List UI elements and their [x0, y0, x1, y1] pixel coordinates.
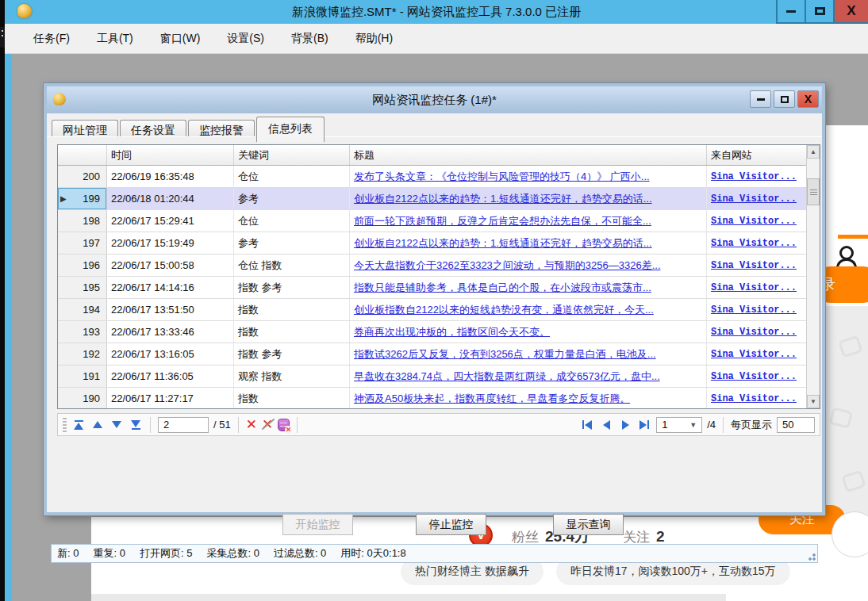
scrollbar-thumb[interactable] — [807, 178, 820, 205]
clear-database-icon[interactable] — [278, 419, 290, 431]
tab-active[interactable]: 信息列表 — [256, 117, 325, 142]
table-row[interactable]: 19722/06/17 15:19:49参考创业板自2122点以来的趋势：1.短… — [58, 232, 820, 255]
table-row[interactable]: 19222/06/17 13:16:05指数 参考指数试3262后又反复，没有到… — [58, 343, 820, 366]
row-index-cell[interactable]: 195 — [58, 277, 107, 298]
dialog-minimize-button[interactable] — [750, 90, 771, 108]
taskbar-autohide-handle[interactable] — [0, 27, 5, 48]
row-source-link[interactable]: Sina Visitor... — [711, 238, 797, 249]
table-row[interactable]: 19422/06/17 13:51:50指数创业板指数自2122以来的短线趋势没… — [58, 299, 820, 321]
scroll-up-icon[interactable]: ▲ — [807, 145, 820, 159]
dialog-maximize-button[interactable] — [774, 90, 795, 108]
status-item: 过滤总数: 0 — [274, 546, 326, 561]
row-title-link[interactable]: 券商再次出现冲板的，指数区间今天不变。 — [354, 325, 550, 339]
delete-row-icon[interactable]: ✕ — [246, 418, 257, 431]
menu-item[interactable]: 工具(T) — [86, 26, 144, 52]
prev-page-button[interactable] — [599, 418, 613, 432]
row-index-cell[interactable]: 196 — [58, 255, 107, 276]
table-row[interactable]: 19122/06/17 11:36:05观察 指数早盘收在3284.74点，四大… — [58, 366, 820, 388]
follow-value: 2 — [656, 528, 665, 545]
resize-grip[interactable] — [807, 552, 816, 561]
row-title-link[interactable]: 创业板自2122点以来的趋势：1.短线通道还完好，趋势交易的话... — [354, 192, 652, 206]
next-row-button[interactable] — [109, 418, 124, 432]
row-title-link[interactable]: 今天大盘指数介于3262至3323之间波动，与预期的3256—3326差... — [354, 258, 661, 273]
row-time: 22/06/17 14:14:16 — [107, 277, 234, 298]
table-row[interactable]: 19322/06/17 13:33:46指数券商再次出现冲板的，指数区间今天不变… — [58, 321, 820, 343]
first-row-button[interactable] — [71, 418, 86, 432]
row-number: 194 — [83, 304, 100, 316]
table-row[interactable]: 19522/06/17 14:14:16指数 参考指数只能是辅助参考，具体是自己… — [58, 277, 820, 299]
first-page-button[interactable] — [580, 418, 594, 432]
table-row[interactable]: 19822/06/17 15:29:41仓位前面一轮下跌超预期，反弹之后肯定会想… — [58, 210, 820, 232]
row-title-link[interactable]: 创业板自2122点以来的趋势：1.短线通道还完好，趋势交易的话... — [354, 236, 652, 251]
row-index-cell[interactable]: 191 — [58, 366, 107, 387]
row-source-link[interactable]: Sina Visitor... — [711, 260, 797, 271]
next-page-button[interactable] — [618, 418, 632, 432]
dialog-icon — [53, 93, 66, 105]
table-row[interactable]: 19622/06/17 15:00:58仓位 指数今天大盘指数介于3262至33… — [58, 255, 820, 277]
row-number: 199 — [83, 193, 100, 205]
row-index-cell[interactable]: 193 — [58, 321, 107, 343]
menu-item[interactable]: 窗口(W) — [149, 26, 212, 52]
header-keywords[interactable]: 关键词 — [234, 145, 350, 165]
menu-item[interactable]: 帮助(H) — [344, 26, 404, 52]
row-title-link[interactable]: 指数只能是辅助参考，具体是自己的个股，在小波段市或震荡市... — [354, 281, 651, 295]
last-page-button[interactable] — [637, 418, 651, 432]
row-index-cell[interactable]: 190 — [58, 388, 107, 409]
close-button[interactable]: X — [833, 0, 868, 24]
header-title[interactable]: 标题 — [350, 145, 707, 165]
main-window-controls: X — [776, 0, 868, 24]
page-size-input[interactable]: 50 — [777, 417, 815, 433]
dialog-close-button[interactable]: X — [797, 90, 819, 108]
row-keywords: 仓位 — [234, 166, 350, 187]
row-title-link[interactable]: 早盘收在3284.74点，四大指数是两红两绿，成交6573亿元，盘中... — [354, 369, 660, 384]
table-row[interactable]: 19022/06/17 11:27:17指数神酒及A50板块来起，指数再度转红，… — [58, 388, 820, 409]
row-title-link[interactable]: 创业板指数自2122以来的短线趋势没有变，通道依然完好，今天... — [354, 303, 654, 317]
row-source-link[interactable]: Sina Visitor... — [711, 349, 797, 360]
row-title-link[interactable]: 发布了头条文章：《仓位控制与风险管理的技巧（4）》 广西小... — [354, 170, 650, 184]
stop-monitor-button[interactable]: 停止监控 — [416, 514, 486, 535]
row-title-cell: 前面一轮下跌超预期，反弹之后肯定会想办法先自保，不可能全... — [350, 210, 707, 232]
show-query-button[interactable]: 显示查询 — [553, 514, 624, 535]
row-title-cell: 早盘收在3284.74点，四大指数是两红两绿，成交6573亿元，盘中... — [350, 366, 707, 387]
row-keywords: 指数 — [234, 299, 350, 320]
menu-item[interactable]: 背景(B) — [280, 26, 340, 52]
row-title-link[interactable]: 前面一轮下跌超预期，反弹之后肯定会想办法先自保，不可能全... — [354, 214, 651, 228]
row-index-cell[interactable]: 197 — [58, 232, 107, 254]
page-select-dropdown[interactable]: 1 ▼ — [656, 417, 702, 433]
row-source-link[interactable]: Sina Visitor... — [711, 193, 797, 205]
row-source-link[interactable]: Sina Visitor... — [711, 304, 797, 316]
row-index-cell[interactable]: 200 — [58, 166, 107, 187]
row-index-cell[interactable]: ▶199 — [58, 188, 107, 209]
status-bar: 新: 0重复: 0打开网页: 5采集总数: 0过滤总数: 0用时: 0天0:1:… — [51, 544, 818, 563]
row-source-link[interactable]: Sina Visitor... — [711, 371, 797, 382]
table-row[interactable]: 20022/06/19 16:35:48仓位发布了头条文章：《仓位控制与风险管理… — [58, 166, 820, 188]
scroll-down-icon[interactable]: ▼ — [807, 395, 820, 408]
main-window-title: 新浪微博监控.SMT* - 网站资讯监控工具 7.3.0.0 已注册 — [5, 5, 868, 20]
row-index-cell[interactable]: 198 — [58, 210, 107, 232]
header-source[interactable]: 来自网站 — [707, 145, 820, 165]
start-monitor-button[interactable]: 开始监控 — [282, 514, 353, 535]
row-index-cell[interactable]: 192 — [58, 343, 107, 365]
row-title-link[interactable]: 指数试3262后又反复，没有到3256点，权重力量是白酒，电池及... — [354, 347, 656, 362]
header-time[interactable]: 时间 — [107, 145, 234, 165]
menu-item[interactable]: 设置(S) — [216, 26, 275, 52]
row-source-cell: Sina Visitor... — [707, 366, 820, 387]
row-index-cell[interactable]: 194 — [58, 299, 107, 320]
delete-filtered-icon[interactable]: ✕ — [262, 418, 273, 431]
maximize-button[interactable] — [805, 0, 833, 24]
minimize-button[interactable] — [776, 0, 805, 24]
vertical-scrollbar[interactable]: ▲ ▼ — [806, 145, 820, 408]
row-title-link[interactable]: 神酒及A50板块来起，指数再度转红，早盘看多空反复折腾。 — [354, 392, 630, 406]
prev-row-button[interactable] — [90, 418, 105, 432]
row-source-link[interactable]: Sina Visitor... — [711, 171, 797, 182]
row-title-cell: 创业板自2122点以来的趋势：1.短线通道还完好，趋势交易的话... — [350, 232, 707, 254]
row-source-link[interactable]: Sina Visitor... — [711, 393, 797, 404]
close-icon: X — [805, 93, 812, 105]
last-row-button[interactable] — [129, 418, 143, 432]
row-source-link[interactable]: Sina Visitor... — [711, 282, 797, 293]
row-source-link[interactable]: Sina Visitor... — [711, 216, 797, 227]
row-source-link[interactable]: Sina Visitor... — [711, 327, 797, 338]
row-position-input[interactable]: 2 — [158, 417, 209, 433]
menu-item[interactable]: 任务(F) — [22, 26, 81, 52]
table-row[interactable]: ▶19922/06/18 01:20:44参考创业板自2122点以来的趋势：1.… — [58, 188, 820, 210]
